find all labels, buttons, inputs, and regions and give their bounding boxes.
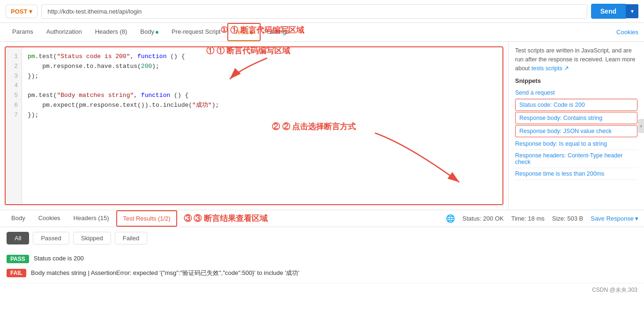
code-content[interactable]: pm.test("Status code is 200", function (… — [22, 47, 502, 204]
send-arrow-button[interactable]: ▾ — [626, 4, 638, 18]
line-num-5: 5 — [9, 91, 18, 101]
bottom-tab-cookies[interactable]: Cookies — [33, 211, 66, 226]
time-text: Time: 18 ms — [511, 215, 545, 222]
watermark: CSDN @未央.303 — [592, 286, 637, 294]
snippet-json-check[interactable]: Response body: JSON value check — [515, 125, 637, 137]
bottom-right: 🌐 Status: 200 OK Time: 18 ms Size: 503 B… — [446, 214, 638, 223]
globe-icon: 🌐 — [446, 214, 455, 223]
snippets-description: Test scripts are written in JavaScript, … — [515, 46, 637, 73]
line-num-1: 1 — [9, 52, 18, 62]
tab-authorization[interactable]: Authorization — [40, 23, 89, 41]
test-item-pass: PASS Status code is 200 — [7, 252, 637, 266]
bottom-tab-headers[interactable]: Headers (15) — [68, 211, 115, 226]
chevron-down-icon: ▾ — [29, 8, 32, 15]
send-btn-group: Send ▾ — [591, 4, 638, 19]
tab-body[interactable]: Body — [134, 23, 165, 41]
footer: CSDN @未央.303 — [0, 283, 644, 297]
filter-failed[interactable]: Failed — [115, 232, 147, 244]
bottom-tab-body[interactable]: Body — [6, 211, 31, 226]
snippet-status-200[interactable]: Status code: Code is 200 — [515, 99, 637, 111]
line-num-6: 6 — [9, 101, 18, 111]
fail-badge: FAIL — [7, 269, 26, 277]
test-results-list: PASS Status code is 200 FAIL Body matche… — [0, 249, 644, 283]
line-num-4: 4 — [9, 81, 18, 91]
pass-message: Status code is 200 — [34, 255, 84, 262]
body-dot — [156, 31, 158, 34]
filter-skipped[interactable]: Skipped — [73, 232, 111, 244]
snippet-content-type[interactable]: Response headers: Content-Type header ch… — [515, 150, 637, 168]
snippets-section-title: Snippets — [515, 77, 637, 84]
tab-prerequest[interactable]: Pre-request Script — [165, 23, 227, 41]
filter-tabs: All Passed Skipped Failed — [0, 227, 644, 249]
snippets-panel: Test scripts are written in JavaScript, … — [508, 42, 644, 210]
save-response-button[interactable]: Save Response ▾ — [591, 215, 638, 222]
line-num-7: 7 — [9, 111, 18, 120]
snippet-equal-string[interactable]: Response body: Is equal to a string — [515, 138, 637, 150]
tabs-row: Params Authorization Headers (8) Body Pr… — [0, 23, 644, 42]
filter-passed[interactable]: Passed — [33, 232, 69, 244]
page-wrapper: POST ▾ Send ▾ Params Authorization Heade… — [0, 0, 644, 318]
bottom-tabs-row: Body Cookies Headers (15) Test Results (… — [0, 210, 644, 227]
status-text: Status: 200 OK — [463, 215, 504, 222]
tab-tests[interactable]: Tests — [227, 23, 261, 41]
send-button[interactable]: Send — [591, 4, 626, 19]
test-item-fail: FAIL Body matches string | AssertionErro… — [7, 266, 637, 280]
tests-scripts-link[interactable]: tests scripts ↗ — [532, 65, 569, 72]
tab-params[interactable]: Params — [6, 23, 40, 41]
chevron-down-icon: ▾ — [635, 215, 638, 222]
size-text: Size: 503 B — [552, 215, 584, 222]
pass-badge: PASS — [7, 255, 29, 263]
method-label: POST — [11, 8, 27, 15]
line-num-2: 2 — [9, 62, 18, 72]
snippet-contains-string[interactable]: Response body: Contains string — [515, 112, 637, 124]
callout-3: ③ ③ 断言结果查看区域 — [184, 213, 268, 224]
filter-all[interactable]: All — [7, 232, 29, 244]
fail-message: Body matches string | AssertionError: ex… — [31, 269, 300, 277]
line-num-3: 3 — [9, 72, 18, 81]
bottom-tab-test-results[interactable]: Test Results (1/2) — [116, 210, 177, 227]
snippet-send-request[interactable]: Send a request — [515, 87, 637, 99]
tab-headers[interactable]: Headers (8) — [89, 23, 134, 41]
snippet-response-time[interactable]: Response time is less than 200ms — [515, 168, 637, 180]
cookies-link[interactable]: Cookies — [616, 24, 638, 40]
main-content: ① ① 断言代码编写区域 ② ② 点击选择断言方式 — [0, 42, 644, 210]
method-select[interactable]: POST ▾ — [6, 5, 37, 18]
tests-dot — [250, 31, 253, 34]
code-editor[interactable]: 1 2 3 4 5 6 7 pm.test("Status code is 20… — [5, 46, 503, 205]
top-bar: POST ▾ Send ▾ — [0, 0, 644, 23]
url-input[interactable] — [41, 4, 587, 19]
line-numbers: 1 2 3 4 5 6 7 — [6, 47, 22, 204]
expand-button[interactable]: › — [638, 119, 644, 133]
tab-settings[interactable]: Settings — [261, 23, 296, 41]
